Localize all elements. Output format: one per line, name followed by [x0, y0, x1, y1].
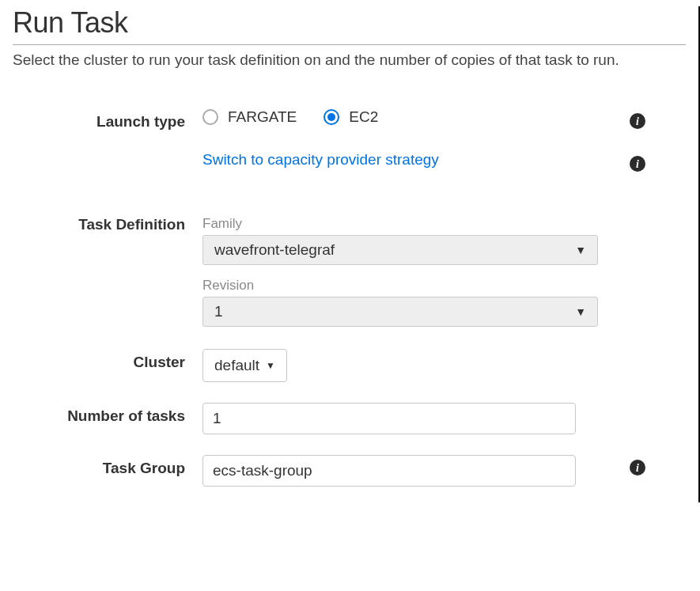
title-divider	[13, 44, 686, 45]
number-of-tasks-label: Number of tasks	[13, 403, 202, 425]
family-sublabel: Family	[202, 216, 614, 232]
info-icon[interactable]: i	[630, 156, 645, 172]
page-subtitle: Select the cluster to run your task defi…	[13, 51, 686, 69]
number-of-tasks-input[interactable]	[202, 403, 576, 434]
launch-type-radio-ec2[interactable]	[324, 109, 339, 125]
switch-capacity-provider-link[interactable]: Switch to capacity provider strategy	[202, 151, 614, 169]
chevron-down-icon: ▼	[575, 305, 586, 318]
revision-select[interactable]: 1 ▼	[202, 297, 598, 327]
family-select[interactable]: wavefront-telegraf ▼	[202, 235, 598, 265]
family-select-value: wavefront-telegraf	[214, 241, 335, 259]
cluster-select-value: default	[214, 357, 259, 374]
page-title: Run Task	[13, 6, 686, 40]
info-icon[interactable]: i	[630, 113, 645, 129]
cluster-label: Cluster	[13, 349, 202, 371]
launch-type-radio-fargate-label: FARGATE	[228, 108, 297, 126]
revision-select-value: 1	[214, 303, 223, 320]
svg-text:i: i	[636, 158, 639, 170]
cluster-select[interactable]: default ▼	[202, 349, 287, 382]
launch-type-label: Launch type	[13, 108, 202, 131]
launch-type-radio-ec2-label: EC2	[349, 108, 378, 126]
revision-sublabel: Revision	[202, 278, 614, 294]
task-group-label: Task Group	[13, 455, 202, 477]
svg-text:i: i	[636, 462, 639, 474]
chevron-down-icon: ▼	[266, 360, 275, 371]
chevron-down-icon: ▼	[575, 244, 586, 256]
info-icon[interactable]: i	[630, 460, 645, 475]
svg-text:i: i	[636, 116, 639, 127]
task-definition-label: Task Definition	[13, 216, 202, 233]
launch-type-radio-fargate[interactable]	[202, 109, 218, 125]
launch-type-radio-group: FARGATE EC2	[202, 108, 614, 126]
task-group-input[interactable]	[202, 455, 576, 487]
